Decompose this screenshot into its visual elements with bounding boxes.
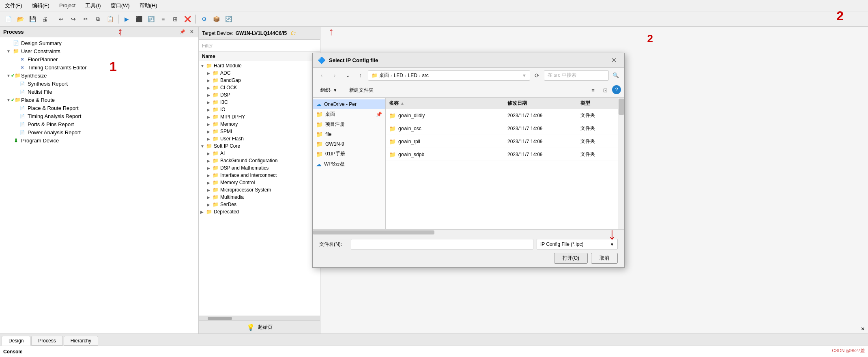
menu-help[interactable]: 帮助(H): [138, 1, 159, 10]
tree-item-synthesize[interactable]: ▼ ✔ 📁 Synthesize: [0, 71, 198, 80]
ip-item-i3c[interactable]: ▶ 📁 I3C: [199, 99, 320, 106]
ip-item-dsp[interactable]: ▶ 📁 DSP: [199, 91, 320, 99]
ip-item-multimedia[interactable]: ▶ 📁 Multimedia: [199, 194, 320, 201]
tree-item-user-constraints[interactable]: ▼ 📁 User Constraints: [0, 47, 198, 55]
ip-item-clock[interactable]: ▶ 📁 CLOCK: [199, 84, 320, 91]
search-icon[interactable]: 🔍: [610, 70, 621, 81]
breadcrumb-dropdown-icon[interactable]: ▼: [522, 73, 526, 78]
ip-close-btn[interactable]: ✕: [861, 326, 865, 332]
leftnav-onedrive[interactable]: ☁ OneDrive - Per: [313, 99, 385, 109]
tree-item-power-analysis[interactable]: 📄 Power Analysis Report: [0, 128, 198, 136]
tree-item-timing-constraints[interactable]: ✖ Timing Constraints Editor: [0, 63, 198, 71]
tab-hierarchy[interactable]: Hierarchy: [64, 336, 98, 346]
dialog-scroll-track[interactable]: [618, 98, 624, 229]
ip-scrollbar[interactable]: [199, 316, 320, 320]
col-header-name[interactable]: 名称 ▲: [386, 100, 504, 107]
panel-close-btn[interactable]: ✕: [188, 28, 195, 36]
open-file-btn[interactable]: 📂: [15, 13, 26, 25]
grid-view-btn[interactable]: ⊞: [170, 13, 181, 25]
file-row-gowin-sdpb[interactable]: 📁 gowin_sdpb 2023/11/7 14:09 文件夹: [386, 148, 618, 161]
tree-item-timing-analysis[interactable]: 📄 Timing Analysis Report: [0, 112, 198, 120]
list-view-icon-btn[interactable]: ≡: [588, 85, 598, 96]
tree-item-program-device[interactable]: ⬇ Program Device: [0, 136, 198, 144]
ip-item-soft-ip-core[interactable]: ▼ 📁 Soft IP Core: [199, 142, 320, 150]
dialog-hscrollbar[interactable]: [313, 229, 624, 235]
col-header-type[interactable]: 类型: [577, 100, 618, 107]
ip-item-hard-module[interactable]: ▼ 📁 Hard Module: [199, 62, 320, 69]
breadcrumb-src[interactable]: src: [422, 73, 429, 78]
dialog-hscrollbar-thumb[interactable]: [313, 230, 434, 234]
open-btn[interactable]: 打开(O): [554, 253, 588, 264]
new-folder-btn[interactable]: 新建文件夹: [345, 85, 378, 95]
tab-process[interactable]: Process: [31, 336, 62, 346]
dialog-scrollbar-thumb[interactable]: [619, 99, 624, 115]
ip-item-adc[interactable]: ▶ 📁 ADC: [199, 69, 320, 77]
nav-refresh-btn[interactable]: ⟳: [532, 70, 542, 81]
organize-btn[interactable]: 组织· ▼: [316, 85, 342, 95]
nav-forward-btn[interactable]: ›: [329, 70, 340, 81]
leftnav-wps[interactable]: ☁ WPS云盘: [313, 159, 385, 169]
tree-item-floorplanner[interactable]: ✖ FloorPlanner: [0, 55, 198, 63]
new-file-btn[interactable]: 📄: [2, 13, 14, 25]
run-btn[interactable]: ▶: [121, 13, 132, 25]
file-row-gowin-osc[interactable]: 📁 gowin_osc 2023/11/7 14:09 文件夹: [386, 122, 618, 135]
filetype-select[interactable]: IP Config File (*.ipc) ▼: [537, 239, 618, 249]
ip-scrollbar-thumb[interactable]: [208, 317, 232, 320]
ip2-btn[interactable]: 📦: [211, 13, 222, 25]
menu-tools[interactable]: 工具(I): [84, 1, 102, 10]
breadcrumb-desktop[interactable]: 桌面: [379, 72, 389, 79]
ip-item-deprecated[interactable]: ▶ 📁 Deprecated: [199, 208, 320, 215]
ip-btn[interactable]: ⚙: [198, 13, 210, 25]
ip-item-serdes[interactable]: ▶ 📁 SerDes: [199, 201, 320, 208]
refresh-all-btn[interactable]: 🔃: [145, 13, 157, 25]
tree-item-design-summary[interactable]: 📄 Design Summary: [0, 39, 198, 47]
ip-item-ai[interactable]: ▶ 📁 AI: [199, 150, 320, 157]
cut-btn[interactable]: ✂: [80, 13, 91, 25]
file-row-gowin-dlldly[interactable]: 📁 gowin_dlldly 2023/11/7 14:09 文件夹: [386, 109, 618, 122]
ip-item-bandgap[interactable]: ▶ 📁 BandGap: [199, 77, 320, 84]
cancel-btn[interactable]: 取消: [591, 253, 618, 264]
ip-item-memory[interactable]: ▶ 📁 Memory: [199, 120, 320, 128]
copy-btn[interactable]: ⧉: [92, 13, 103, 25]
tree-item-place-route[interactable]: ▼ ✔ 📁 Place & Route: [0, 96, 198, 104]
leftnav-ip-manual[interactable]: 📁 01IP手册: [313, 149, 385, 159]
ip-item-microprocessor[interactable]: ▶ 📁 Microprocessor System: [199, 186, 320, 194]
list-view-btn[interactable]: ≡: [157, 13, 169, 25]
col-header-date[interactable]: 修改日期: [504, 100, 577, 107]
nav-up-btn[interactable]: ↑: [355, 70, 366, 81]
file-row-gowin-rpll[interactable]: 📁 gowin_rpll 2023/11/7 14:09 文件夹: [386, 135, 618, 148]
filename-input[interactable]: [351, 239, 533, 249]
tree-item-synthesis-report[interactable]: 📄 Synthesis Report: [0, 80, 198, 88]
device-folder-btn[interactable]: 🗂: [289, 29, 298, 38]
dialog-close-btn[interactable]: ✕: [608, 55, 619, 66]
stop-btn[interactable]: ⬛: [133, 13, 144, 25]
ip-item-mipi[interactable]: ▶ 📁 MIPI DPHY: [199, 113, 320, 120]
ip-item-spmi[interactable]: ▶ 📁 SPMI: [199, 128, 320, 135]
delete-btn[interactable]: ❌: [182, 13, 193, 25]
tree-item-place-route-report[interactable]: 📄 Place & Route Report: [0, 104, 198, 112]
ip-item-user-flash[interactable]: ▶ 📁 User Flash: [199, 135, 320, 142]
panel-pin-btn[interactable]: 📌: [179, 28, 186, 36]
refresh2-btn[interactable]: 🔄: [223, 13, 234, 25]
menu-window[interactable]: 窗口(W): [109, 1, 131, 10]
save-btn[interactable]: 💾: [27, 13, 38, 25]
ip-item-interface[interactable]: ▶ 📁 Interface and Interconnect: [199, 172, 320, 179]
menu-project[interactable]: Project: [58, 2, 77, 9]
breadcrumb-led1[interactable]: LED: [394, 73, 403, 78]
tab-design[interactable]: Design: [2, 336, 30, 346]
nav-down-btn[interactable]: ⌄: [342, 70, 353, 81]
menu-file[interactable]: 文件(F): [3, 1, 24, 10]
ip-item-background-config[interactable]: ▶ 📁 BackGround Configuration: [199, 157, 320, 164]
nav-back-btn[interactable]: ‹: [316, 70, 327, 81]
paste-btn[interactable]: 📋: [104, 13, 116, 25]
ip-item-dsp-math[interactable]: ▶ 📁 DSP and Mathematics: [199, 164, 320, 172]
redo-btn[interactable]: ↪: [68, 13, 79, 25]
help-icon-btn[interactable]: ?: [612, 85, 621, 94]
ip-item-io[interactable]: ▶ 📁 IO: [199, 106, 320, 113]
tree-item-netlist[interactable]: 📄 Netlist File: [0, 88, 198, 96]
details-view-icon-btn[interactable]: ⊡: [600, 85, 610, 96]
breadcrumb-led2[interactable]: LED: [408, 73, 417, 78]
undo-btn[interactable]: ↩: [56, 13, 67, 25]
leftnav-gw1n9[interactable]: 📁 GW1N-9: [313, 139, 385, 149]
ip-item-memory-control[interactable]: ▶ 📁 Memory Control: [199, 179, 320, 186]
